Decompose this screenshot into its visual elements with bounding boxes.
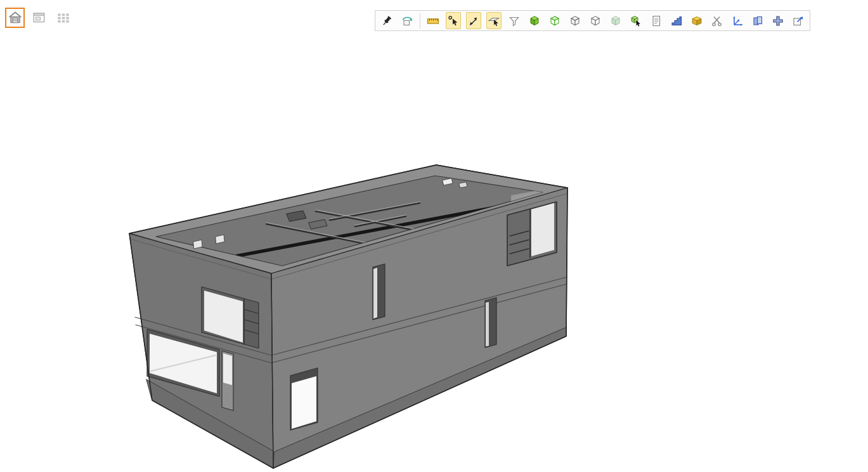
panels-view-button[interactable] [29,8,49,28]
pin-tool-button[interactable] [379,12,394,29]
add-model-tool-button[interactable] [770,12,786,29]
select-element-tool-button[interactable] [628,12,644,29]
export-icon [792,15,805,27]
grid-icon [56,10,71,25]
storeys-tool-button[interactable] [669,12,684,29]
transparent-cube-icon [609,15,622,27]
building-model[interactable] [0,0,868,472]
cursor-rotate-icon [447,15,460,27]
view-mode-toolbar [5,8,73,28]
measure-tool-button[interactable] [425,12,441,29]
drawer-tool-button[interactable] [689,12,704,29]
select-plane-tool-button[interactable] [486,12,502,29]
cursor-plane-icon [488,15,500,27]
window-front-narrow-2[interactable] [485,298,496,348]
toolbar-separator [420,13,420,29]
model-viewport[interactable] [0,0,868,472]
drawer-icon [690,15,703,27]
wireframe-view-button[interactable] [567,12,583,29]
scissors-icon [711,15,723,27]
solid-cube-icon [528,15,541,27]
properties-tool-button[interactable] [649,12,664,29]
select-rotate-tool-button[interactable] [446,12,461,29]
home-view-button[interactable] [5,8,25,28]
clipping-tool-button[interactable] [709,12,725,29]
window-panels-icon [32,10,47,25]
filter-tool-button[interactable] [507,12,522,29]
main-toolbar [375,10,810,31]
pin-icon [380,15,393,27]
hidden-line-view-button[interactable] [588,12,603,29]
ruler-icon [427,15,439,27]
select-move-tool-button[interactable] [466,12,481,29]
orbit-tool-button[interactable] [399,12,415,29]
wireframe-cube-icon [569,15,581,27]
export-view-tool-button[interactable] [791,12,806,29]
funnel-icon [508,15,521,27]
orbit-icon [401,15,413,27]
house-icon [8,10,23,25]
bim-viewer-app [0,0,868,472]
hidden-line-cube-icon [589,15,602,27]
transparent-view-button[interactable] [608,12,623,29]
pages-icon [751,15,764,27]
grid-view-button[interactable] [53,8,73,28]
shaded-view-button[interactable] [527,12,542,29]
window-front-narrow-1[interactable] [373,264,385,320]
document-icon [650,15,663,27]
compare-tool-button[interactable] [750,12,765,29]
shaded-edges-view-button[interactable] [547,12,562,29]
axes-tool-button[interactable] [730,12,745,29]
steps-icon [670,15,683,27]
shaded-cube-icon [548,15,561,27]
cube-cursor-icon [630,15,642,27]
plus-icon [772,15,784,27]
door-front[interactable] [290,368,318,430]
cursor-arrow-icon [467,15,480,27]
axes-icon [731,15,744,27]
